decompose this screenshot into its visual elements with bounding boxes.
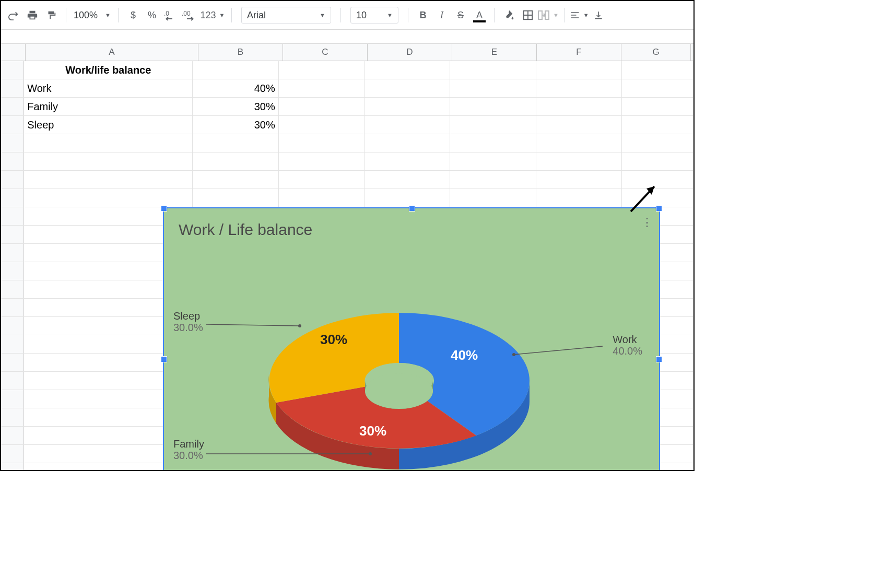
row-header[interactable] xyxy=(1,280,24,298)
cell[interactable] xyxy=(193,189,278,207)
column-header-e[interactable]: E xyxy=(452,44,537,61)
cell[interactable] xyxy=(279,189,365,207)
column-header-b[interactable]: B xyxy=(198,44,283,61)
cell[interactable] xyxy=(450,98,536,115)
cell[interactable] xyxy=(536,98,622,115)
cell-a2[interactable]: Work xyxy=(24,79,193,97)
row-header[interactable] xyxy=(1,390,24,408)
cell[interactable] xyxy=(450,61,536,79)
cell[interactable] xyxy=(279,171,365,189)
currency-button[interactable]: $ xyxy=(124,6,143,25)
cell[interactable] xyxy=(24,134,193,152)
cell[interactable] xyxy=(622,98,693,115)
row-header[interactable] xyxy=(1,408,24,426)
cell-a1[interactable]: Work/life balance xyxy=(24,61,193,79)
cell[interactable] xyxy=(365,134,450,152)
increase-decimal-button[interactable]: .00 xyxy=(180,6,199,25)
cell[interactable] xyxy=(450,79,536,97)
column-header-f[interactable]: F xyxy=(537,44,621,61)
font-size-select[interactable]: 10 ▼ xyxy=(350,7,398,23)
column-header-d[interactable]: D xyxy=(368,44,452,61)
cell[interactable] xyxy=(622,152,693,170)
column-header-c[interactable]: C xyxy=(283,44,368,61)
row-header[interactable] xyxy=(1,171,24,189)
column-header-g[interactable]: G xyxy=(621,44,691,61)
cell-b2[interactable]: 40% xyxy=(193,79,278,97)
text-color-button[interactable]: A xyxy=(470,6,489,25)
row-header[interactable] xyxy=(1,445,24,463)
row-header[interactable] xyxy=(1,372,24,390)
row-header[interactable] xyxy=(1,427,24,444)
cell[interactable] xyxy=(622,116,693,134)
cell[interactable] xyxy=(279,152,365,170)
horizontal-align-button[interactable]: ▼ xyxy=(570,6,589,25)
print-button[interactable] xyxy=(23,6,42,25)
cell-b4[interactable]: 30% xyxy=(193,116,278,134)
cell-b3[interactable]: 30% xyxy=(193,98,278,115)
row-header[interactable] xyxy=(1,463,24,471)
row-header[interactable] xyxy=(1,189,24,207)
row-header[interactable] xyxy=(1,262,24,280)
cell[interactable] xyxy=(536,79,622,97)
cell[interactable] xyxy=(450,116,536,134)
cell[interactable] xyxy=(450,152,536,170)
row-header[interactable] xyxy=(1,61,24,79)
row-header[interactable] xyxy=(1,317,24,335)
cell[interactable] xyxy=(536,134,622,152)
italic-button[interactable]: I xyxy=(432,6,451,25)
row-header[interactable] xyxy=(1,244,24,262)
cell-a4[interactable]: Sleep xyxy=(24,116,193,134)
cell[interactable] xyxy=(450,189,536,207)
cell[interactable] xyxy=(193,171,278,189)
cell[interactable] xyxy=(365,171,450,189)
cell[interactable] xyxy=(450,171,536,189)
cell[interactable] xyxy=(24,189,193,207)
more-formats-button[interactable]: 123 ▼ xyxy=(199,6,226,25)
decrease-decimal-button[interactable]: .0 xyxy=(161,6,180,25)
row-header[interactable] xyxy=(1,98,24,115)
cell[interactable] xyxy=(536,189,622,207)
cell[interactable] xyxy=(193,152,278,170)
row-header[interactable] xyxy=(1,354,24,371)
paint-format-button[interactable] xyxy=(42,6,61,25)
cell[interactable] xyxy=(622,61,693,79)
font-family-select[interactable]: Arial ▼ xyxy=(241,7,331,23)
row-header[interactable] xyxy=(1,226,24,243)
cell-a3[interactable]: Family xyxy=(24,98,193,115)
cell[interactable] xyxy=(24,152,193,170)
cell[interactable] xyxy=(279,98,365,115)
cell[interactable] xyxy=(365,79,450,97)
cell[interactable] xyxy=(279,116,365,134)
cell[interactable] xyxy=(365,98,450,115)
column-header-a[interactable]: A xyxy=(26,44,198,61)
cell[interactable] xyxy=(536,116,622,134)
select-all-corner[interactable] xyxy=(1,44,26,61)
redo-button[interactable] xyxy=(4,6,23,25)
cell[interactable] xyxy=(193,61,278,79)
row-header[interactable] xyxy=(1,134,24,152)
merge-cells-button[interactable]: ▼ xyxy=(537,6,559,25)
cell[interactable] xyxy=(24,171,193,189)
cell[interactable] xyxy=(193,134,278,152)
cell[interactable] xyxy=(279,79,365,97)
cell[interactable] xyxy=(536,152,622,170)
row-header[interactable] xyxy=(1,152,24,170)
bold-button[interactable]: B xyxy=(414,6,432,25)
row-header[interactable] xyxy=(1,335,24,353)
row-header[interactable] xyxy=(1,207,24,225)
fill-color-button[interactable] xyxy=(500,6,519,25)
cell[interactable] xyxy=(365,189,450,207)
chart-object[interactable]: Work / Life balance ⋮ xyxy=(163,207,660,471)
percent-button[interactable]: % xyxy=(143,6,161,25)
borders-button[interactable] xyxy=(519,6,537,25)
formula-bar[interactable] xyxy=(1,30,693,44)
cell[interactable] xyxy=(536,171,622,189)
row-header[interactable] xyxy=(1,299,24,316)
cell[interactable] xyxy=(279,134,365,152)
cell[interactable] xyxy=(365,152,450,170)
row-header[interactable] xyxy=(1,79,24,97)
vertical-align-button[interactable] xyxy=(589,6,608,25)
cell[interactable] xyxy=(622,79,693,97)
cell[interactable] xyxy=(450,134,536,152)
cell[interactable] xyxy=(536,61,622,79)
